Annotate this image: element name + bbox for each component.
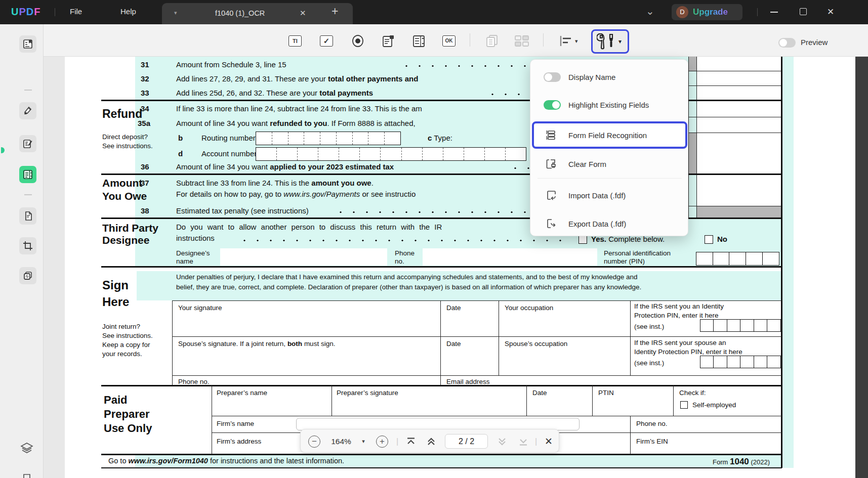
- amount-column-strip-gray: [689, 57, 696, 71]
- form-text-italic: www.irs.gov/Payments: [283, 190, 360, 198]
- reader-mode-tool[interactable]: [19, 35, 36, 53]
- close-zoombar-button[interactable]: ✕: [542, 429, 556, 453]
- menu-item-form-field-recognition[interactable]: Form Field Recognition: [530, 124, 689, 146]
- perjury-text: Under penalties of perjury, I declare th…: [176, 273, 638, 281]
- no-checkbox[interactable]: [705, 235, 713, 244]
- list-box-tool[interactable]: [412, 34, 426, 48]
- menu-item-label: Export Data (.fdf): [568, 220, 626, 228]
- ipp-pin-field[interactable]: [700, 319, 781, 332]
- form-text-part: for instructions and the latest informat…: [208, 457, 344, 465]
- menu-item-import-data[interactable]: Import Data (.fdf): [530, 184, 689, 206]
- menu-item-highlight-fields[interactable]: Highlight Existing Fields: [530, 94, 689, 116]
- push-button-tool[interactable]: OK: [442, 35, 457, 49]
- form-line-number: 38: [141, 206, 149, 215]
- form-label: Identity Protection PIN, enter it here: [634, 348, 742, 356]
- form-text-italic: www.irs.gov/Form1040: [129, 457, 208, 465]
- form-line: [688, 133, 782, 133]
- form-label: Date: [446, 340, 461, 347]
- dot-leader: [334, 211, 529, 213]
- upgrade-button[interactable]: D Upgrade: [672, 4, 742, 20]
- menu-help[interactable]: Help: [120, 7, 136, 16]
- form-text: Add lines 25d, 26, and 32. These are you…: [176, 89, 373, 97]
- form-label: Check if:: [679, 389, 706, 397]
- tab-close-icon[interactable]: ✕: [300, 9, 306, 18]
- last-page-button[interactable]: [515, 429, 531, 453]
- form-label: Preparer’s signature: [337, 389, 398, 397]
- layers-panel-button[interactable]: [20, 442, 33, 455]
- form-line: [592, 385, 593, 416]
- radio-button-tool[interactable]: [351, 34, 365, 48]
- form-text-part: Amount of line 34 you want: [176, 162, 270, 171]
- align-tool[interactable]: [559, 35, 573, 49]
- dropdown-field-tool[interactable]: [382, 34, 396, 48]
- spouse-ipp-pin-field[interactable]: [700, 356, 781, 368]
- designee-name-field[interactable]: [220, 248, 387, 266]
- maximize-button[interactable]: [800, 8, 807, 15]
- form-label: Phone: [395, 249, 415, 257]
- next-page-button[interactable]: [494, 429, 510, 453]
- form-text-bold: applied to your 2023 estimated tax: [270, 162, 394, 171]
- organize-pages-tool[interactable]: [19, 207, 36, 225]
- zoom-level[interactable]: 164%: [327, 429, 355, 453]
- form-text-part: Spouse’s signature. If a joint return,: [178, 340, 287, 347]
- form-text-part: Subtract line 33 from line 24. This is t…: [176, 179, 311, 187]
- preview-toggle[interactable]: [778, 38, 796, 48]
- form-label: Preparer’s name: [217, 389, 267, 397]
- form-line: [696, 57, 697, 219]
- form-line-number: 37: [141, 179, 149, 187]
- chevron-down-icon[interactable]: ⌄: [646, 5, 654, 17]
- form-label: Date: [446, 304, 461, 312]
- first-page-button[interactable]: [403, 429, 419, 453]
- avatar[interactable]: D: [676, 6, 688, 18]
- routing-number-field[interactable]: [256, 132, 401, 145]
- bookmark-panel-button[interactable]: [22, 473, 31, 478]
- self-employed-checkbox[interactable]: [680, 401, 688, 409]
- forms-tool-active[interactable]: [19, 166, 36, 183]
- designee-pin-field[interactable]: [696, 252, 779, 266]
- annotate-tool[interactable]: [19, 102, 36, 119]
- display-name-toggle[interactable]: [544, 72, 561, 82]
- watermark-tool[interactable]: [19, 267, 36, 284]
- form-label: number (PIN): [604, 257, 645, 265]
- form-line-number: 36: [141, 162, 149, 171]
- zoom-in-button[interactable]: +: [375, 429, 390, 453]
- designee-phone-field[interactable]: [423, 248, 597, 266]
- menu-item-export-data[interactable]: Export Data (.fdf): [530, 212, 689, 235]
- form-line-number: 32: [141, 74, 149, 83]
- zoom-caret-icon[interactable]: ▾: [359, 429, 367, 453]
- prev-page-button[interactable]: [423, 429, 439, 453]
- pages-icon: [23, 211, 33, 221]
- text-field-tool[interactable]: TI: [288, 35, 303, 49]
- highlight-fields-toggle[interactable]: [544, 100, 561, 110]
- form-label: Your occupation: [505, 304, 553, 312]
- page-indicator[interactable]: 2 / 2: [445, 434, 488, 449]
- menu-item-display-name[interactable]: Display Name: [530, 66, 689, 88]
- yes-checkbox[interactable]: [578, 235, 587, 244]
- new-tab-button[interactable]: +: [332, 5, 338, 18]
- tab-title: f1040 (1)_OCR: [215, 9, 265, 17]
- tab-caret-icon[interactable]: ▾: [174, 10, 177, 16]
- form-label: Your signature: [178, 304, 222, 312]
- section-label: Sign: [102, 278, 129, 292]
- edit-pdf-tool[interactable]: [19, 135, 36, 152]
- checkbox-tool[interactable]: ✓: [320, 35, 334, 49]
- form-note: See instructions.: [102, 142, 153, 150]
- account-number-field[interactable]: [256, 147, 526, 161]
- align-caret-icon[interactable]: ▾: [575, 38, 578, 45]
- minimize-button[interactable]: [770, 12, 778, 13]
- crop-tool[interactable]: [19, 237, 36, 254]
- updf-logo: UPDF: [11, 6, 40, 18]
- zoom-out-button[interactable]: −: [307, 429, 322, 453]
- bookmark-icon: [22, 473, 31, 478]
- menu-file[interactable]: File: [70, 7, 82, 16]
- form-line: [212, 416, 782, 416]
- menu-item-clear-form[interactable]: Clear Form: [530, 153, 689, 175]
- section-label: Preparer: [104, 408, 150, 421]
- form-text-part: Add lines 25d, 26, and 32. These are you…: [176, 89, 319, 97]
- upgrade-label: Upgrade: [693, 7, 728, 17]
- sidebar-divider: [24, 194, 32, 195]
- close-button[interactable]: ✕: [827, 7, 834, 17]
- document-tab[interactable]: ▾ f1040 (1)_OCR ✕: [162, 3, 353, 24]
- menu-item-label: Form Field Recognition: [568, 131, 647, 140]
- form-tools-button-active[interactable]: ▾: [591, 29, 629, 54]
